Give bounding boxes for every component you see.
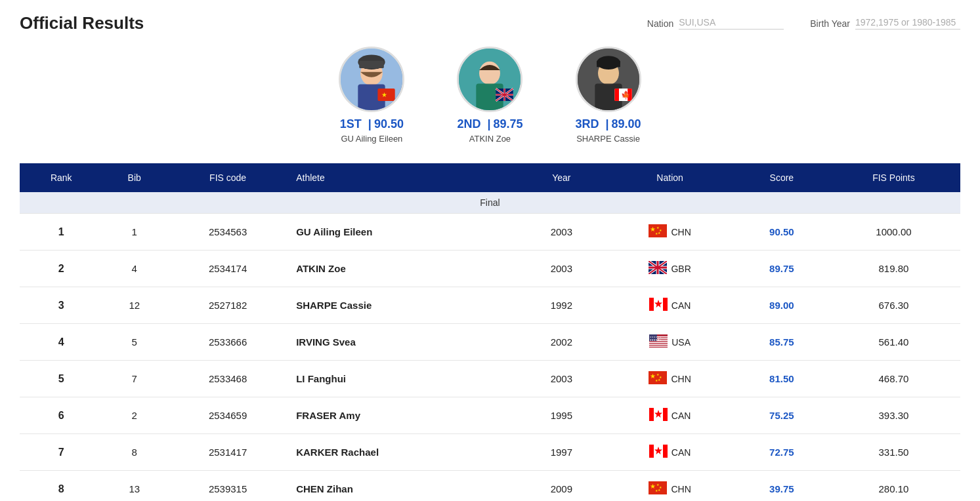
table-row: 8 13 2539315 CHEN Zihan 2009 ★ ★ ★ ★ ★ C… xyxy=(20,471,960,502)
podium-avatar-3: 🍁 xyxy=(576,47,641,112)
cell-athlete: ATKIN Zoe xyxy=(289,250,519,287)
podium-3rd-rank: 3RD|89.00 xyxy=(576,117,641,131)
col-score: Score xyxy=(736,163,827,192)
birth-year-value: 1972,1975 or 1980-1985 xyxy=(855,17,960,30)
cell-bib: 7 xyxy=(102,361,166,397)
avatar-image-2 xyxy=(459,47,521,112)
section-label: Final xyxy=(20,192,960,214)
flag-chn: ★ ★ ★ ★ ★ xyxy=(649,224,667,239)
cell-rank: 7 xyxy=(20,434,102,471)
cell-rank: 2 xyxy=(20,250,102,287)
table-row: 2 4 2534174 ATKIN Zoe 2003 GBR xyxy=(20,250,960,287)
cell-fis-points: 393.30 xyxy=(827,397,960,434)
cell-nation: CAN xyxy=(603,287,736,324)
svg-rect-54 xyxy=(649,342,668,343)
podium-1st-name: GU Ailing Eileen xyxy=(341,134,402,144)
page-title: Official Results xyxy=(20,13,144,33)
nation-code: USA xyxy=(671,337,691,348)
podium-1st-rank: 1ST|90.50 xyxy=(340,117,404,131)
table-row: 3 12 2527182 SHARPE Cassie 1992 CAN 89.0… xyxy=(20,287,960,324)
nation-value: SUI,USA xyxy=(679,17,784,30)
cell-fis-points: 676.30 xyxy=(827,287,960,324)
flag-gbr xyxy=(649,261,667,276)
cell-year: 2003 xyxy=(519,214,603,250)
svg-rect-73 xyxy=(663,445,668,458)
podium-avatar-1: ★ xyxy=(339,47,404,112)
col-fis-code: FIS code xyxy=(166,163,289,192)
flag-can xyxy=(649,298,668,313)
cell-fis-code: 2527182 xyxy=(166,287,289,324)
cell-nation: ★★★★★★ ★★★★★ ★★★★★★ USA xyxy=(603,324,736,361)
cell-year: 1995 xyxy=(519,397,603,434)
cell-nation: CAN xyxy=(603,397,736,434)
flag-can xyxy=(649,445,668,460)
cell-fis-code: 2531417 xyxy=(166,434,289,471)
podium-2nd-rank-label: 2ND xyxy=(457,117,480,130)
table-body: Final 1 1 2534563 GU Ailing Eileen 2003 … xyxy=(20,192,960,501)
nation-code: CHN xyxy=(671,227,691,237)
cell-nation: ★ ★ ★ ★ ★ CHN xyxy=(603,471,736,502)
podium-3rd-name: SHARPE Cassie xyxy=(576,134,640,144)
cell-score: 85.75 xyxy=(736,324,827,361)
cell-fis-code: 2534659 xyxy=(166,397,289,434)
svg-rect-69 xyxy=(663,408,668,421)
svg-text:★: ★ xyxy=(381,91,387,98)
nation-code: CAN xyxy=(671,300,691,311)
cell-score: 39.75 xyxy=(736,471,827,502)
svg-rect-5 xyxy=(360,61,385,68)
cell-bib: 4 xyxy=(102,250,166,287)
cell-nation: CAN xyxy=(603,434,736,471)
cell-fis-points: 819.80 xyxy=(827,250,960,287)
cell-athlete: CHEN Zihan xyxy=(289,471,519,502)
nation-code: CHN xyxy=(671,374,691,384)
podium-3rd: 🍁 3RD|89.00 SHARPE Cassie xyxy=(576,47,641,144)
svg-rect-72 xyxy=(649,445,654,458)
cell-year: 2003 xyxy=(519,361,603,397)
cell-score: 89.75 xyxy=(736,250,827,287)
cell-score: 75.25 xyxy=(736,397,827,434)
page-container: Official Results Nation SUI,USA Birth Ye… xyxy=(0,0,980,501)
col-rank: Rank xyxy=(20,163,102,192)
cell-year: 2002 xyxy=(519,324,603,361)
podium-1st-rank-label: 1ST xyxy=(340,117,362,130)
cell-fis-code: 2533468 xyxy=(166,361,289,397)
cell-fis-code: 2534174 xyxy=(166,250,289,287)
header: Official Results Nation SUI,USA Birth Ye… xyxy=(20,13,960,33)
svg-text:★★★★★★: ★★★★★★ xyxy=(650,339,662,342)
flag-chn: ★ ★ ★ ★ ★ xyxy=(649,371,667,386)
filter-area: Nation SUI,USA Birth Year 1972,1975 or 1… xyxy=(647,17,960,30)
cell-athlete: GU Ailing Eileen xyxy=(289,214,519,250)
nation-label: Nation xyxy=(647,18,673,29)
cell-rank: 6 xyxy=(20,397,102,434)
cell-score: 72.75 xyxy=(736,434,827,471)
table-row: 4 5 2533666 IRVING Svea 2002 ★★★★★★ ★★★★… xyxy=(20,324,960,361)
table-row: 5 7 2533468 LI Fanghui 2003 ★ ★ ★ ★ ★ CH… xyxy=(20,361,960,397)
nation-code: CAN xyxy=(671,411,691,421)
nation-filter[interactable]: Nation SUI,USA xyxy=(647,17,784,30)
cell-bib: 2 xyxy=(102,397,166,434)
cell-fis-code: 2539315 xyxy=(166,471,289,502)
cell-rank: 4 xyxy=(20,324,102,361)
podium-2nd-name: ATKIN Zoe xyxy=(469,134,511,144)
col-year: Year xyxy=(519,163,603,192)
svg-rect-56 xyxy=(649,346,668,347)
cell-nation: GBR xyxy=(603,250,736,287)
cell-score: 81.50 xyxy=(736,361,827,397)
cell-athlete: LI Fanghui xyxy=(289,361,519,397)
cell-bib: 5 xyxy=(102,324,166,361)
svg-rect-28 xyxy=(614,89,619,101)
cell-score: 89.00 xyxy=(736,287,827,324)
cell-year: 1992 xyxy=(519,287,603,324)
podium-3rd-rank-label: 3RD xyxy=(576,117,599,130)
table-row: 7 8 2531417 KARKER Rachael 1997 CAN 72.7… xyxy=(20,434,960,471)
table-row: 1 1 2534563 GU Ailing Eileen 2003 ★ ★ ★ … xyxy=(20,214,960,250)
cell-bib: 12 xyxy=(102,287,166,324)
svg-rect-26 xyxy=(597,61,620,67)
cell-year: 2009 xyxy=(519,471,603,502)
birth-year-filter[interactable]: Birth Year 1972,1975 or 1980-1985 xyxy=(810,17,960,30)
cell-athlete: KARKER Rachael xyxy=(289,434,519,471)
birth-year-label: Birth Year xyxy=(810,18,850,29)
cell-fis-code: 2534563 xyxy=(166,214,289,250)
podium-avatar-2 xyxy=(457,47,522,112)
cell-fis-points: 1000.00 xyxy=(827,214,960,250)
